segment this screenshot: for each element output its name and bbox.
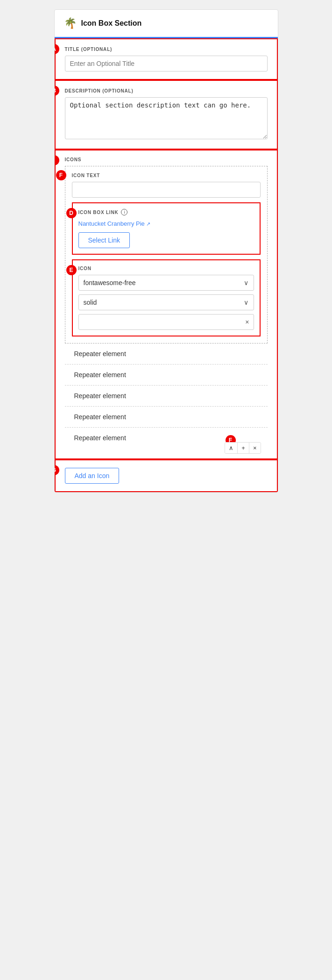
repeater-remove-button[interactable]: × (249, 443, 261, 453)
repeater-controls: ∧ + × (225, 442, 261, 454)
repeater-item-3: Repeater element (65, 386, 268, 407)
style-select[interactable]: solid regular light brands (78, 294, 254, 310)
icon-name-input[interactable]: award (78, 314, 254, 330)
panel: 🌴 Icon Box Section A TITLE (OPTIONAL) B … (54, 9, 278, 493)
repeater-item-4-label: Repeater element (74, 413, 126, 421)
panel-icon: 🌴 (64, 17, 77, 29)
description-section-label: DESCRIPTION (OPTIONAL) (65, 88, 268, 93)
repeater-item-3-label: Repeater element (74, 392, 126, 400)
badge-d: D (66, 208, 77, 218)
section-a: A TITLE (OPTIONAL) (55, 38, 278, 80)
icon-box-link-section: ICON BOX LINK i Nantucket Cranberry Pie … (72, 202, 261, 255)
cranberry-pie-link-text: Nantucket Cranberry Pie (78, 220, 145, 227)
repeater-item-1-label: Repeater element (74, 350, 126, 358)
repeater-item-1: Repeater element (65, 343, 268, 365)
icon-picker-section: ICON fontawesome-free solid regular (72, 259, 261, 336)
panel-header: 🌴 Icon Box Section (55, 10, 278, 38)
repeater-item-4: Repeater element (65, 407, 268, 428)
section-g: G Add an Icon (55, 459, 278, 492)
cranberry-pie-link[interactable]: Nantucket Cranberry Pie ↗ (78, 220, 150, 227)
external-link-icon: ↗ (145, 221, 150, 227)
description-section: DESCRIPTION (OPTIONAL) Optional section … (55, 80, 278, 150)
repeater-add-button[interactable]: + (238, 443, 249, 453)
section-c: C ICONS F ICON TEXT Icon Text D ICON BOX… (55, 150, 278, 459)
badge-e: E (66, 265, 77, 275)
icon-selects: fontawesome-free solid regular light bra… (78, 275, 254, 330)
title-input[interactable] (65, 56, 268, 72)
font-select-wrapper: fontawesome-free (78, 275, 254, 291)
icon-text-input[interactable]: Icon Text (72, 182, 261, 198)
add-icon-section: Add an Icon (55, 459, 278, 492)
icon-picker-label: ICON (78, 266, 254, 271)
repeater-up-button[interactable]: ∧ (225, 443, 238, 453)
info-icon: i (121, 209, 127, 215)
title-section: TITLE (OPTIONAL) (55, 38, 278, 80)
repeater-item-2: Repeater element (65, 365, 268, 386)
style-select-wrapper: solid regular light brands (78, 294, 254, 310)
repeater-item-2-label: Repeater element (74, 371, 126, 379)
font-select[interactable]: fontawesome-free (78, 275, 254, 291)
select-link-button[interactable]: Select Link (78, 232, 130, 248)
icons-section-label: ICONS (65, 157, 268, 162)
add-icon-button[interactable]: Add an Icon (65, 468, 120, 484)
icon-text-group: ICON TEXT Icon Text (72, 173, 261, 198)
repeater-item-5-label: Repeater element (74, 434, 126, 442)
panel-title: Icon Box Section (81, 19, 142, 28)
icon-text-label: ICON TEXT (72, 173, 261, 178)
section-b: B DESCRIPTION (OPTIONAL) Optional sectio… (55, 80, 278, 150)
icons-inner: F ICON TEXT Icon Text D ICON BOX LINK i (65, 166, 268, 343)
section-d: D ICON BOX LINK i Nantucket Cranberry Pi… (72, 202, 261, 255)
icons-section: ICONS F ICON TEXT Icon Text D ICON BOX L… (55, 150, 278, 459)
icon-box-link-label: ICON BOX LINK (78, 210, 119, 215)
icon-input-wrapper: award × (78, 314, 254, 330)
repeater-item-5: Repeater element F ∧ + × (65, 428, 268, 458)
repeater-list: Repeater element Repeater element Repeat… (65, 343, 268, 458)
description-input[interactable]: Optional section description text can go… (65, 97, 268, 139)
section-e: E ICON fontawesome-free solid (72, 259, 261, 336)
icon-clear-button[interactable]: × (245, 318, 249, 326)
badge-f-top: F (56, 170, 66, 180)
title-section-label: TITLE (OPTIONAL) (65, 47, 268, 52)
